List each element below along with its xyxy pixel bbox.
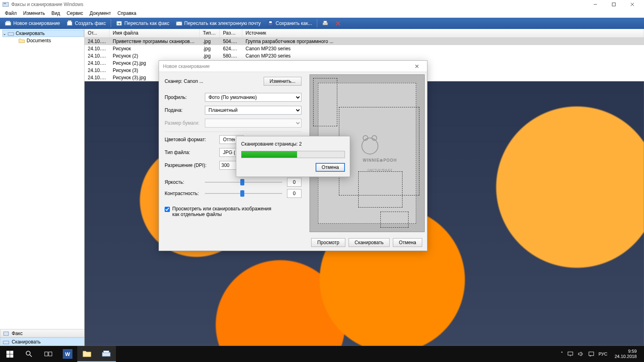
svg-rect-25 [10, 351, 13, 354]
dialog-close-button[interactable]: ✕ [411, 63, 423, 70]
forward-fax-icon [116, 20, 122, 27]
svg-rect-36 [568, 352, 573, 355]
fax-icon [3, 330, 9, 337]
color-format-label: Цветовой формат: [165, 137, 219, 142]
column-date[interactable]: От... [85, 29, 109, 37]
profile-label: Профиль: [165, 95, 205, 100]
menu-bar: Файл Изменить Вид Сервис Документ Справк… [0, 9, 644, 18]
menu-view[interactable]: Вид [48, 10, 64, 17]
toolbar-save-as[interactable]: Сохранить как... [265, 19, 314, 27]
tray-chevron-icon[interactable]: ˄ [561, 351, 563, 357]
svg-rect-20 [3, 341, 9, 344]
toolbar-separator [317, 19, 317, 27]
menu-help[interactable]: Справка [114, 10, 140, 17]
app-icon [2, 1, 9, 8]
cancel-button[interactable]: Отмена [393, 238, 422, 247]
change-scanner-button[interactable]: Изменить... [264, 77, 301, 86]
svg-point-28 [26, 351, 30, 355]
toolbar-new-scan[interactable]: Новое сканирование [2, 19, 62, 27]
taskbar-app-word[interactable]: W [58, 346, 77, 362]
save-icon [267, 20, 274, 27]
svg-rect-38 [589, 352, 594, 356]
preview-watermark: WINNIE⊕POOH CACTUS RULEZ [356, 130, 404, 172]
fax-icon [66, 20, 73, 27]
delete-icon [335, 20, 341, 27]
progress-label: Сканирование страницы: 2 [241, 141, 345, 147]
svg-line-29 [30, 355, 32, 357]
list-header: От... Имя файла Тип фа... Размер Источни… [85, 29, 644, 38]
dpi-label: Разрешение (DPI): [165, 162, 219, 168]
menu-file[interactable]: Файл [2, 10, 20, 17]
paper-size-select [205, 119, 301, 128]
taskview-button[interactable] [39, 346, 58, 362]
tray-network-icon[interactable] [567, 351, 574, 357]
list-row[interactable]: 24.10.201... Рисунок (2) .jpg 580.8 КБ C… [85, 52, 644, 60]
feed-select[interactable]: Планшетный [205, 106, 301, 115]
svg-rect-24 [6, 351, 10, 354]
svg-rect-26 [6, 354, 10, 358]
tray-notifications-icon[interactable] [588, 351, 594, 357]
profile-select[interactable]: Фото (По умолчанию) [205, 93, 301, 102]
sidebar-tabs: Факс Сканировать [0, 329, 85, 346]
column-name[interactable]: Имя файла [109, 29, 200, 37]
minimize-button[interactable] [586, 0, 605, 9]
brightness-value[interactable] [287, 178, 301, 187]
taskbar-app-faxscan[interactable] [97, 346, 116, 362]
maximize-button[interactable] [605, 0, 623, 9]
contrast-value[interactable] [287, 189, 301, 198]
progress-bar [241, 151, 345, 158]
scanner-icon [8, 30, 14, 37]
search-button[interactable] [19, 346, 39, 362]
collapse-icon[interactable]: ⌄ [3, 31, 6, 36]
separate-files-checkbox[interactable] [165, 207, 170, 212]
tree-node-scan[interactable]: ⌄ Сканировать [2, 30, 84, 37]
toolbar-forward-fax[interactable]: Переслать как факс [114, 19, 172, 27]
svg-rect-27 [10, 354, 13, 358]
close-button[interactable] [623, 0, 642, 9]
tray-clock[interactable]: 9:59 24.10.2018 [611, 349, 640, 359]
brightness-slider[interactable] [205, 178, 282, 186]
progress-cancel-button[interactable]: Отмена [316, 163, 345, 172]
toolbar-new-fax[interactable]: Создать факс [64, 19, 108, 27]
scanner-icon [5, 20, 11, 27]
print-icon [322, 20, 328, 27]
taskbar-app-explorer[interactable] [77, 346, 97, 362]
scan-button[interactable]: Сканировать [349, 238, 390, 247]
svg-rect-8 [67, 22, 72, 25]
svg-rect-13 [269, 21, 272, 23]
svg-rect-9 [68, 21, 71, 22]
preview-button[interactable]: Просмотр [311, 238, 345, 247]
svg-rect-7 [6, 21, 10, 23]
toolbar-print[interactable] [320, 19, 331, 27]
sidebar: ⌄ Сканировать Documents [0, 29, 85, 346]
column-type[interactable]: Тип фа... [200, 29, 220, 37]
column-size[interactable]: Размер [220, 29, 242, 37]
menu-document[interactable]: Документ [86, 10, 114, 17]
tree-node-documents[interactable]: Documents [2, 37, 84, 44]
start-button[interactable] [0, 346, 19, 362]
list-row[interactable]: 24.10.201... Приветствие программы скани… [85, 38, 644, 45]
tray-volume-icon[interactable] [578, 351, 584, 357]
toolbar-separator [111, 19, 111, 27]
tray-language[interactable]: РУС [599, 352, 607, 356]
toolbar-forward-mail[interactable]: Переслать как электронную почту [173, 19, 263, 27]
svg-rect-0 [3, 2, 8, 6]
column-source[interactable]: Источник [242, 29, 644, 37]
window-title: Факсы и сканирование Windows [11, 2, 83, 7]
toolbar-delete[interactable] [332, 19, 344, 27]
taskbar: W ˄ РУС 9:59 24.10.2018 [0, 346, 644, 362]
svg-rect-6 [5, 22, 11, 25]
window-titlebar: Факсы и сканирование Windows [0, 0, 644, 9]
feed-label: Подача: [165, 107, 205, 113]
sidebar-tab-scan[interactable]: Сканировать [0, 337, 85, 346]
menu-tools[interactable]: Сервис [63, 10, 86, 17]
menu-edit[interactable]: Изменить [20, 10, 48, 17]
list-row[interactable]: 24.10.201... Рисунок .jpg 624.6 КБ Canon… [85, 45, 644, 52]
sidebar-tab-fax[interactable]: Факс [0, 329, 85, 337]
svg-rect-19 [4, 332, 8, 335]
contrast-slider[interactable] [205, 189, 282, 197]
progress-dialog: Сканирование страницы: 2 Отмена [236, 136, 350, 177]
paper-size-label: Размер бумаги: [165, 120, 205, 126]
filetype-label: Тип файла: [165, 150, 219, 155]
scanner-label: Сканер: Canon ... [165, 78, 264, 84]
